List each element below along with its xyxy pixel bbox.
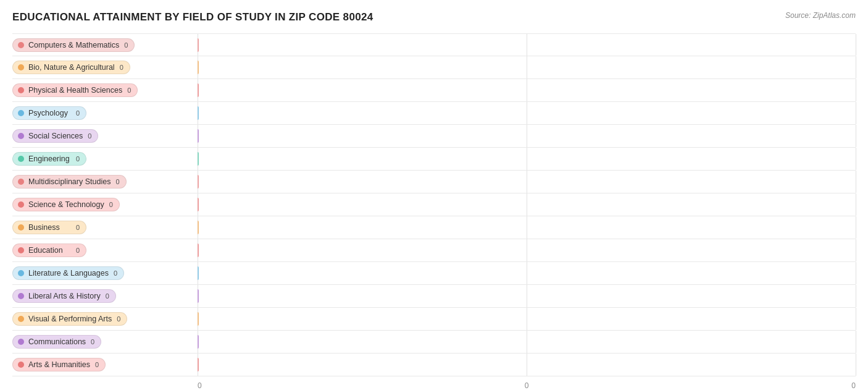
pill-dot bbox=[18, 64, 24, 70]
chart-row: Arts & Humanities0 bbox=[12, 354, 856, 376]
pill-label: Visual & Performing Arts bbox=[28, 315, 112, 323]
bar-track bbox=[198, 171, 856, 193]
bar-fill bbox=[198, 106, 199, 120]
pill-value: 0 bbox=[71, 109, 80, 117]
pill-label: Computers & Mathematics bbox=[28, 41, 119, 49]
pill: Business0 bbox=[12, 221, 86, 234]
bar-track bbox=[198, 239, 856, 261]
chart-container: EDUCATIONAL ATTAINMENT BY FIELD OF STUDY… bbox=[0, 0, 868, 390]
bar-label: Computers & Mathematics0 bbox=[12, 38, 198, 52]
bar-track bbox=[198, 354, 856, 376]
bar-label: Bio, Nature & Agricultural0 bbox=[12, 61, 198, 74]
pill-value: 0 bbox=[119, 41, 128, 49]
pill: Physical & Health Sciences0 bbox=[12, 83, 138, 97]
bar-track bbox=[198, 56, 856, 78]
pill: Computers & Mathematics0 bbox=[12, 38, 135, 52]
bar-label: Literature & Languages0 bbox=[12, 266, 198, 280]
x-axis: 000 bbox=[198, 379, 856, 390]
chart-row: Physical & Health Sciences0 bbox=[12, 79, 856, 102]
pill: Social Sciences0 bbox=[12, 129, 98, 143]
pill-label: Psychology bbox=[28, 109, 68, 117]
bar-label: Physical & Health Sciences0 bbox=[12, 83, 198, 97]
pill-dot bbox=[18, 87, 24, 93]
pill-label: Education bbox=[28, 246, 63, 255]
bar-track bbox=[198, 102, 856, 124]
pill-value: 0 bbox=[101, 292, 109, 300]
pill-value: 0 bbox=[83, 132, 91, 140]
chart-row: Visual & Performing Arts0 bbox=[12, 308, 856, 331]
pill-dot bbox=[18, 110, 24, 116]
chart-row: Computers & Mathematics0 bbox=[12, 33, 856, 56]
pill: Arts & Humanities0 bbox=[12, 358, 106, 371]
bar-fill bbox=[198, 244, 199, 257]
pill-label: Social Sciences bbox=[28, 132, 83, 140]
chart-row: Business0 bbox=[12, 216, 856, 239]
pill-value: 0 bbox=[71, 224, 80, 231]
pill-value: 0 bbox=[71, 247, 80, 254]
pill-value: 0 bbox=[104, 201, 113, 208]
pill-label: Science & Technology bbox=[28, 200, 104, 209]
chart-row: Social Sciences0 bbox=[12, 125, 856, 148]
chart-row: Communications0 bbox=[12, 331, 856, 354]
chart-title: EDUCATIONAL ATTAINMENT BY FIELD OF STUDY… bbox=[12, 11, 373, 23]
chart-row: Literature & Languages0 bbox=[12, 262, 856, 285]
pill-label: Bio, Nature & Agricultural bbox=[28, 63, 115, 72]
pill-label: Physical & Health Sciences bbox=[28, 86, 122, 95]
pill-dot bbox=[18, 179, 24, 185]
pill: Multidisciplinary Studies0 bbox=[12, 175, 127, 189]
pill-label: Engineering bbox=[28, 155, 70, 163]
bar-fill bbox=[198, 266, 199, 280]
bar-label: Arts & Humanities0 bbox=[12, 358, 198, 371]
pill-label: Literature & Languages bbox=[28, 269, 109, 278]
bar-track bbox=[198, 34, 856, 56]
pill-dot bbox=[18, 133, 24, 139]
pill-dot bbox=[18, 156, 24, 162]
chart-row: Science & Technology0 bbox=[12, 193, 856, 216]
chart-area: Computers & Mathematics0Bio, Nature & Ag… bbox=[12, 33, 856, 376]
pill-dot bbox=[18, 224, 24, 231]
chart-row: Psychology0 bbox=[12, 102, 856, 125]
bar-label: Education0 bbox=[12, 244, 198, 257]
bar-fill bbox=[198, 175, 199, 189]
bar-fill bbox=[198, 152, 199, 166]
pill: Bio, Nature & Agricultural0 bbox=[12, 61, 130, 74]
x-axis-tick: 0 bbox=[417, 379, 636, 390]
pill-value: 0 bbox=[109, 269, 117, 277]
chart-source: Source: ZipAtlas.com bbox=[785, 11, 856, 20]
pill-dot bbox=[18, 42, 24, 48]
pill-value: 0 bbox=[122, 87, 131, 94]
pill: Psychology0 bbox=[12, 106, 86, 120]
pill: Science & Technology0 bbox=[12, 198, 120, 211]
bar-fill bbox=[198, 38, 199, 52]
pill: Education0 bbox=[12, 244, 86, 257]
bar-track bbox=[198, 193, 856, 216]
chart-row: Multidisciplinary Studies0 bbox=[12, 171, 856, 193]
bar-label: Business0 bbox=[12, 221, 198, 234]
bar-track bbox=[198, 285, 856, 307]
pill: Liberal Arts & History0 bbox=[12, 289, 116, 303]
bar-track bbox=[198, 216, 856, 239]
chart-row: Bio, Nature & Agricultural0 bbox=[12, 56, 856, 79]
pill-dot bbox=[18, 201, 24, 208]
bar-fill bbox=[198, 358, 199, 371]
pill-value: 0 bbox=[71, 155, 80, 163]
pill-dot bbox=[18, 316, 24, 322]
pill: Communications0 bbox=[12, 335, 101, 349]
bar-label: Engineering0 bbox=[12, 152, 198, 166]
bar-track bbox=[198, 331, 856, 353]
pill-label: Multidisciplinary Studies bbox=[28, 177, 111, 186]
bar-fill bbox=[198, 289, 199, 303]
bar-fill bbox=[198, 198, 199, 211]
pill-dot bbox=[18, 293, 24, 299]
bar-fill bbox=[198, 61, 199, 74]
bar-track bbox=[198, 125, 856, 147]
pill: Engineering0 bbox=[12, 152, 86, 166]
bar-track bbox=[198, 262, 856, 284]
chart-header: EDUCATIONAL ATTAINMENT BY FIELD OF STUDY… bbox=[12, 11, 856, 23]
pill-value: 0 bbox=[111, 178, 119, 185]
pill-label: Business bbox=[28, 223, 60, 232]
bar-label: Visual & Performing Arts0 bbox=[12, 312, 198, 326]
pill-value: 0 bbox=[115, 64, 123, 71]
x-axis-tick: 0 bbox=[636, 379, 856, 390]
bar-fill bbox=[198, 221, 199, 234]
